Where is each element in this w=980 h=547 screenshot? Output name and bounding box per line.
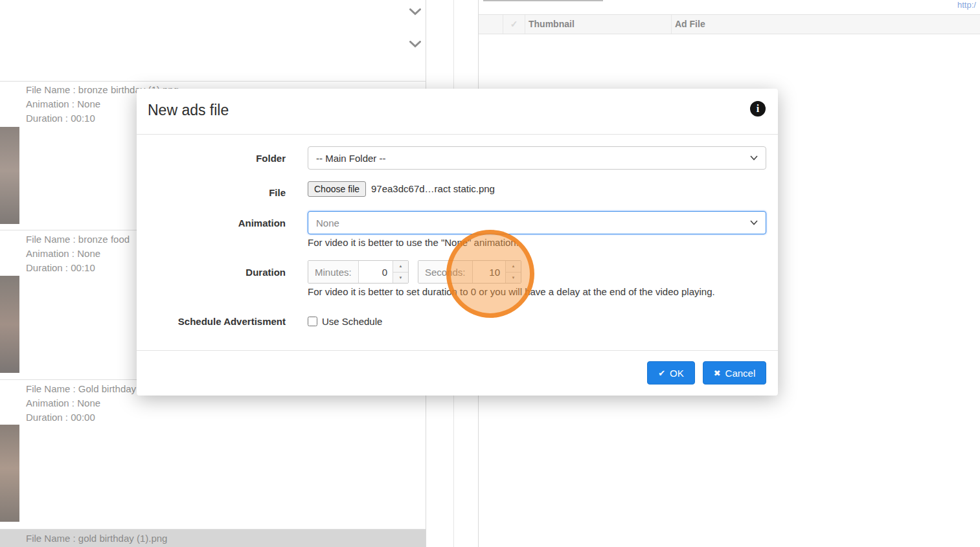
duration-help-text: For video it is better to set duration t… [308,286,715,297]
duration-label: Duration [137,267,286,278]
seconds-input[interactable]: 10 [473,261,505,283]
animation-label: Animation [137,218,286,229]
animation-help-text: For video it is better to use the "None"… [308,237,519,248]
seconds-increment-button[interactable]: ▲ [506,261,521,273]
file-label: File [137,187,286,198]
use-schedule-checkbox[interactable] [308,317,317,326]
ok-button[interactable]: ✔ OK [647,361,695,385]
folder-select-value: -- Main Folder -- [316,153,386,164]
divider [137,350,778,351]
cancel-button[interactable]: ✖ Cancel [703,361,766,385]
minutes-input[interactable]: 0 [359,261,393,283]
cancel-button-label: Cancel [725,368,756,379]
chevron-down-icon [750,220,758,225]
folder-select[interactable]: -- Main Folder -- [308,146,766,170]
chevron-down-icon [750,155,758,161]
seconds-spinner: Seconds: 10 ▲ ▼ [418,260,521,284]
selected-filename: 97ea3dc67d…ract static.png [371,183,495,194]
new-ads-file-dialog: New ads file i Folder -- Main Folder -- … [137,89,778,396]
minutes-decrement-button[interactable]: ▼ [393,273,408,284]
folder-label: Folder [137,153,286,164]
choose-file-button[interactable]: Choose file [308,181,366,197]
seconds-spin-buttons: ▲ ▼ [505,261,521,283]
screen: File Name : bronze birthday (1).png Anim… [0,0,980,547]
animation-select[interactable]: None [308,211,766,234]
seconds-field-label: Seconds: [418,261,473,283]
minutes-spin-buttons: ▲ ▼ [393,261,408,283]
minutes-increment-button[interactable]: ▲ [393,261,408,273]
minutes-spinner: Minutes: 0 ▲ ▼ [308,260,409,284]
use-schedule-label: Use Schedule [322,316,382,327]
animation-select-value: None [316,218,339,229]
divider [137,134,778,135]
dialog-title: New ads file [148,102,229,119]
check-icon: ✔ [658,368,665,378]
minutes-field-label: Minutes: [308,261,359,283]
info-icon[interactable]: i [750,101,766,117]
schedule-label: Schedule Advertisment [137,316,286,327]
seconds-decrement-button[interactable]: ▼ [506,273,521,284]
x-icon: ✖ [714,368,721,378]
ok-button-label: OK [670,368,684,379]
